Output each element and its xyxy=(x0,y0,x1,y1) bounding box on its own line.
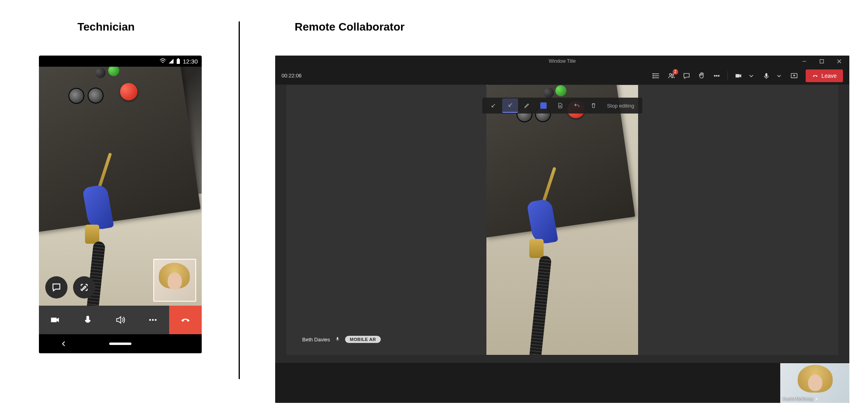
equipment-green-button xyxy=(108,67,120,77)
pip-name-row: Krystal McKinney xyxy=(783,397,819,401)
pip-participant-name: Krystal McKinney xyxy=(783,397,813,401)
remote-desktop-window: Window Title 00:22:06 2 xyxy=(275,56,849,403)
call-timer: 00:22:06 xyxy=(282,73,302,79)
svg-rect-6 xyxy=(820,60,824,63)
phone-status-bar: 12:30 xyxy=(39,56,202,67)
chat-button[interactable] xyxy=(45,276,68,298)
air-nozzle-tool xyxy=(75,182,122,253)
call-controls-bar xyxy=(39,306,202,334)
label-technician: Technician xyxy=(77,21,135,33)
label-remote: Remote Collaborator xyxy=(295,21,405,33)
stage-inner: Stop editing Beth Davies MOBILE AR xyxy=(286,85,838,355)
pip-mic-icon xyxy=(815,397,819,401)
close-window-button[interactable] xyxy=(830,56,848,67)
people-badge: 2 xyxy=(673,69,678,75)
svg-rect-15 xyxy=(765,73,767,77)
leave-button[interactable]: Leave xyxy=(806,69,843,82)
raise-hand-button[interactable] xyxy=(694,68,709,83)
delete-button[interactable] xyxy=(586,98,602,113)
svg-rect-17 xyxy=(337,337,338,339)
mic-toggle-button[interactable] xyxy=(71,306,104,334)
svg-rect-0 xyxy=(177,59,180,64)
more-options-button[interactable] xyxy=(137,306,169,334)
equipment-dial-2 xyxy=(87,87,104,104)
window-title: Window Title xyxy=(549,58,576,64)
leave-label: Leave xyxy=(822,73,837,79)
equipment-green-button-remote xyxy=(555,85,567,97)
air-nozzle-remote xyxy=(519,196,567,268)
svg-point-3 xyxy=(149,319,151,321)
battery-icon xyxy=(176,58,180,64)
camera-options-chevron[interactable] xyxy=(744,68,759,83)
svg-point-9 xyxy=(653,77,654,78)
vertical-divider xyxy=(239,21,240,379)
equipment-red-button xyxy=(119,82,139,102)
maximize-window-button[interactable] xyxy=(813,56,830,67)
pen-tool-button[interactable] xyxy=(519,98,535,113)
svg-point-12 xyxy=(714,75,715,76)
color-picker-button[interactable] xyxy=(536,98,552,113)
self-view-pip[interactable] xyxy=(153,259,196,302)
android-nav-bar xyxy=(39,334,202,353)
camera-feed xyxy=(39,67,202,306)
mic-options-chevron[interactable] xyxy=(772,68,787,83)
equipment-black-button-remote xyxy=(543,87,554,98)
participant-mic-icon xyxy=(335,336,340,343)
stop-editing-button[interactable]: Stop editing xyxy=(602,103,639,109)
video-toggle-button[interactable] xyxy=(39,306,71,334)
share-screen-button[interactable] xyxy=(787,68,802,83)
svg-point-5 xyxy=(155,319,157,321)
pip-person xyxy=(159,263,191,302)
chat-panel-button[interactable] xyxy=(679,68,694,83)
svg-point-14 xyxy=(718,75,719,76)
people-button[interactable]: 2 xyxy=(664,68,679,83)
back-nav-icon[interactable] xyxy=(60,339,68,348)
svg-point-10 xyxy=(669,73,671,75)
meeting-toolbar: 00:22:06 2 xyxy=(275,67,849,85)
participants-list-button[interactable] xyxy=(649,68,664,83)
equipment-black-button xyxy=(95,67,106,79)
mobile-ar-badge: MOBILE AR xyxy=(345,336,381,343)
equipment-dial-1 xyxy=(68,87,85,105)
participant-name: Beth Davies xyxy=(302,337,330,343)
status-time: 12:30 xyxy=(183,58,198,65)
minimize-window-button[interactable] xyxy=(795,56,813,67)
svg-rect-1 xyxy=(177,58,179,59)
undo-button[interactable] xyxy=(569,98,585,113)
svg-rect-18 xyxy=(816,398,818,400)
svg-point-11 xyxy=(672,74,673,75)
annotate-button[interactable] xyxy=(73,276,95,298)
floating-actions xyxy=(45,276,95,298)
hangup-button[interactable] xyxy=(169,306,202,334)
annotation-toolbar: Stop editing xyxy=(482,98,642,114)
window-titlebar: Window Title xyxy=(275,56,849,67)
cursor-tool-button[interactable] xyxy=(486,98,502,113)
svg-point-8 xyxy=(653,75,654,76)
svg-point-4 xyxy=(152,319,154,321)
arrow-tool-button[interactable] xyxy=(502,98,518,113)
meeting-stage: Stop editing Beth Davies MOBILE AR xyxy=(275,85,849,363)
speaker-toggle-button[interactable] xyxy=(104,306,137,334)
more-actions-button[interactable] xyxy=(709,68,724,83)
svg-point-13 xyxy=(716,75,717,76)
desktop-bottom-bar xyxy=(275,363,849,403)
insert-file-button[interactable] xyxy=(552,98,568,113)
signal-icon xyxy=(168,58,174,64)
toolbar-separator xyxy=(727,71,728,81)
wifi-icon xyxy=(160,58,166,64)
home-nav-icon[interactable] xyxy=(109,343,131,345)
technician-phone: 12:30 xyxy=(39,56,202,353)
svg-point-7 xyxy=(653,73,654,74)
participant-info: Beth Davies MOBILE AR xyxy=(302,336,381,343)
self-view-pip-desktop[interactable]: Krystal McKinney xyxy=(780,363,849,403)
shared-mobile-feed xyxy=(486,85,638,355)
